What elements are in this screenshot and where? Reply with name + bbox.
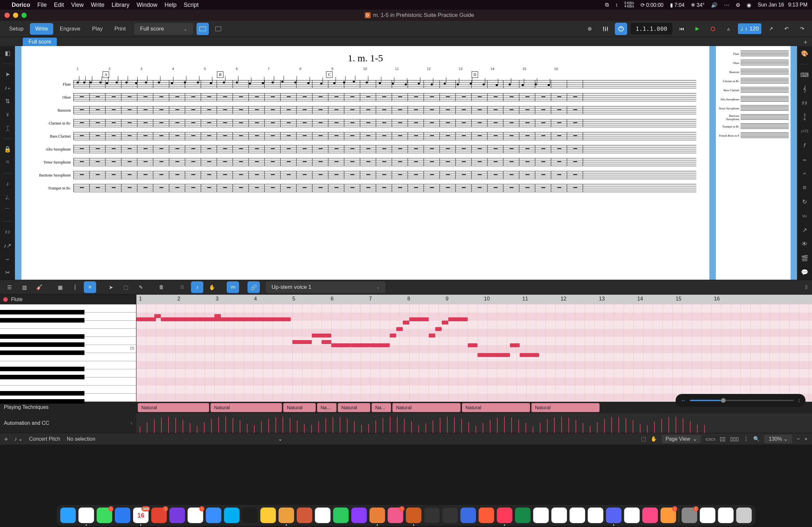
page-view-button[interactable]	[212, 23, 224, 35]
mixer-button[interactable]	[599, 23, 612, 35]
ke-draw-tool[interactable]: ✎	[134, 281, 147, 293]
clef-icon[interactable]: 𝄞	[799, 85, 810, 94]
dock-panda2[interactable]	[551, 508, 567, 523]
ke-keyeditor-button[interactable]: ≡	[84, 281, 96, 293]
tempo-field[interactable]: ♩ ↕ 120	[738, 24, 761, 34]
add-tab-icon[interactable]: ＋	[802, 37, 809, 46]
dock-notion[interactable]	[315, 508, 331, 523]
hand-icon[interactable]: ✋	[651, 436, 657, 442]
dock-chrome[interactable]	[78, 508, 94, 523]
menu-window[interactable]: Window	[136, 2, 157, 9]
dock-todoist[interactable]: 1	[151, 508, 167, 523]
view-type-selector[interactable]: Page View⌄	[662, 435, 701, 443]
minimize-icon[interactable]	[13, 13, 18, 18]
resize-handle-icon[interactable]: ⇳	[804, 284, 809, 291]
click-button[interactable]: ▵	[722, 23, 735, 35]
ke-marquee-tool[interactable]: ⬚	[119, 281, 132, 293]
dock-panda1[interactable]	[533, 508, 549, 523]
dock-notes[interactable]: 1	[188, 508, 203, 523]
ornaments-icon[interactable]: 𝆗	[799, 155, 810, 164]
dock-music[interactable]	[497, 508, 512, 523]
zoom-percent[interactable]: 130% ⌄	[764, 435, 792, 443]
dock-textedit[interactable]	[718, 508, 734, 523]
staff-row[interactable]: Tenor Saxophone	[34, 156, 696, 169]
dock-bear[interactable]	[297, 508, 313, 523]
dock-soulver[interactable]	[369, 508, 385, 523]
concert-pitch[interactable]: Concert Pitch	[29, 436, 60, 442]
weather[interactable]: ❄ 34°	[691, 2, 705, 8]
dock-calendar[interactable]: 16JAN	[133, 508, 149, 523]
ke-voice-mode[interactable]: Vn	[227, 281, 239, 293]
dock-finder[interactable]	[60, 508, 76, 523]
grace-icon[interactable]: ᴳ	[2, 159, 13, 167]
battery[interactable]: ▮ 7:04	[670, 2, 685, 8]
dock-craft[interactable]: 1	[388, 508, 403, 523]
video-icon[interactable]: 🎬	[799, 253, 810, 263]
keyboard-icon[interactable]: ⌨	[799, 70, 810, 79]
dock-dash[interactable]	[351, 508, 367, 523]
dock-reeder[interactable]	[443, 508, 458, 523]
dock-font[interactable]	[700, 508, 715, 523]
dock-affinity[interactable]	[279, 508, 294, 523]
dock-discord[interactable]	[606, 508, 622, 523]
layout-selector[interactable]: Full score ⌄	[134, 23, 193, 35]
key-sig-icon[interactable]: ♯♯	[799, 98, 810, 108]
cross-staff-icon[interactable]: ♪↗	[2, 241, 13, 250]
staff-row[interactable]: Bassoon	[34, 104, 696, 117]
holds-icon[interactable]: 𝄐	[799, 169, 810, 178]
ke-hand-tool[interactable]: ✋	[206, 281, 218, 293]
menu-edit[interactable]: Edit	[54, 2, 64, 9]
mode-print[interactable]: Print	[109, 23, 131, 35]
mode-write[interactable]: Write	[30, 23, 53, 35]
lock-icon[interactable]: 🔒	[2, 145, 13, 154]
scissors-icon[interactable]: ✂	[2, 268, 13, 277]
track-header[interactable]: Flute	[0, 295, 136, 304]
cc-data[interactable]	[136, 413, 812, 433]
menu-library[interactable]: Library	[112, 2, 129, 9]
pitch-before-icon[interactable]: ⇅	[2, 97, 13, 106]
note-icon[interactable]: ♪ ⌄	[14, 436, 23, 442]
slur-icon[interactable]: ⌣	[2, 254, 13, 264]
repeat-icon[interactable]: ↻	[799, 197, 810, 206]
traffic-lights[interactable]	[4, 13, 27, 18]
dock-raycast[interactable]	[479, 508, 494, 523]
dock-dorico[interactable]	[406, 508, 422, 523]
zoom-slider[interactable]: ↔ ↕	[676, 394, 806, 407]
dock-auth[interactable]	[115, 508, 131, 523]
rewind-button[interactable]: ⏮	[676, 23, 688, 35]
dock-skype[interactable]	[224, 508, 240, 523]
tempo-mark-icon[interactable]: ♩=72	[799, 126, 810, 136]
playing-tech-icon[interactable]: Vn	[799, 211, 810, 221]
tab-full-score[interactable]: Full score	[23, 37, 57, 46]
undo-button[interactable]: ↶	[780, 23, 793, 35]
dock-trash[interactable]	[736, 508, 752, 523]
staff-row[interactable]: Oboe	[34, 91, 696, 104]
redo-button[interactable]: ↷	[796, 23, 808, 35]
lines-icon[interactable]: ↗	[799, 225, 810, 235]
galley-view-button[interactable]	[197, 23, 209, 35]
dock-numbers[interactable]	[333, 508, 349, 523]
staff-row[interactable]: Bass Clarinet	[34, 130, 696, 143]
dock-messages[interactable]: 1	[97, 508, 112, 523]
voice-selector[interactable]: Up-stem voice 1 ⌄	[266, 281, 386, 293]
ke-mixer-icon[interactable]: ⎹⎸	[69, 281, 81, 293]
piano-keyboard[interactable]: C5	[0, 304, 136, 402]
arrow-icon[interactable]: ↕	[615, 2, 618, 8]
dock-shortcuts[interactable]	[461, 508, 476, 523]
midi-in-icon[interactable]: ⎆	[4, 436, 8, 442]
layout-btn3[interactable]: ▯▯▯	[730, 436, 739, 442]
external-button[interactable]: ↗	[765, 23, 777, 35]
note-input-icon[interactable]: ♪₊	[2, 83, 13, 92]
cc-lane-header[interactable]: Automation and CC ‹	[0, 413, 136, 433]
caret-icon[interactable]: ⌶	[2, 124, 13, 133]
ke-played-durations[interactable]: ⎍	[176, 281, 188, 293]
play-button[interactable]	[691, 23, 704, 35]
ke-piano-icon[interactable]: ▥	[18, 281, 30, 293]
dock-settings[interactable]: 1	[682, 508, 697, 523]
close-icon[interactable]	[4, 13, 10, 18]
control-center-icon[interactable]: ⚙	[736, 2, 740, 8]
score-view[interactable]: 1. m. 1-5 12345678910111213141516 ABCD F…	[15, 46, 797, 280]
dock-paste[interactable]	[261, 508, 276, 523]
dock-figma[interactable]	[242, 508, 258, 523]
staff-row[interactable]: Clarinet in B♭	[34, 117, 696, 130]
